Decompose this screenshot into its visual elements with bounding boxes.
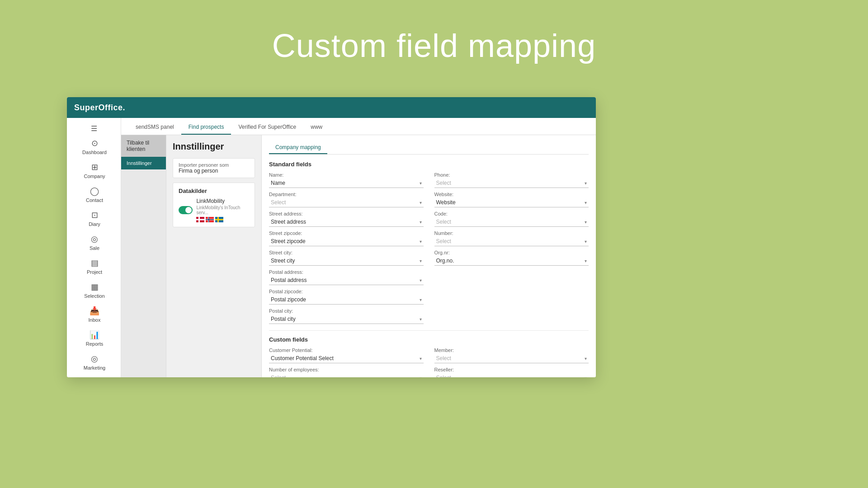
field-value-code: Select bbox=[436, 219, 451, 225]
linkmobility-info: LinkMobility LinkMobility's InTouch serv… bbox=[196, 198, 249, 222]
standard-fields-grid: Name: Name ▾ Phone: Select ▾ bbox=[269, 172, 589, 324]
field-value-postal-zipcode: Postal zipcode bbox=[271, 296, 306, 303]
chevron-down-icon: ▾ bbox=[420, 239, 422, 244]
tab-verified[interactable]: Verified For SuperOffice bbox=[231, 120, 303, 135]
field-label-street-address: Street address: bbox=[269, 211, 424, 216]
field-select-website[interactable]: Website ▾ bbox=[434, 198, 589, 207]
chevron-down-icon: ▾ bbox=[585, 258, 587, 263]
chevron-down-icon: ▾ bbox=[585, 239, 587, 244]
settings-title: Innstillinger bbox=[173, 141, 255, 152]
tab-company-mapping[interactable]: Company mapping bbox=[269, 141, 327, 154]
field-select-name[interactable]: Name ▾ bbox=[269, 178, 424, 188]
import-row: Importer personer som Firma og person bbox=[173, 158, 255, 178]
field-select-postal-zipcode[interactable]: Postal zipcode ▾ bbox=[269, 295, 424, 305]
svg-rect-2 bbox=[196, 219, 204, 221]
sidebar-item-service[interactable]: 🔧 Service bbox=[67, 374, 121, 377]
sidebar-item-diary[interactable]: ⊡ Diary bbox=[67, 206, 121, 230]
field-select-num-employees[interactable]: Select ▾ bbox=[269, 373, 424, 377]
mapping-tab-bar: Company mapping bbox=[269, 141, 589, 155]
field-label-phone: Phone: bbox=[434, 172, 589, 178]
sidebar-item-marketing[interactable]: ◎ Marketing bbox=[67, 350, 121, 374]
field-select-reseller[interactable]: Select ▾ bbox=[434, 373, 589, 377]
chevron-down-icon: ▾ bbox=[420, 317, 422, 322]
datakilder-section: Datakilder LinkMobility LinkMobility's I… bbox=[173, 183, 255, 227]
settings-content: Innstillinger Importer personer som Firm… bbox=[166, 135, 261, 377]
field-orgnr: Org.nr: Org.no. ▾ bbox=[434, 250, 589, 266]
chevron-down-icon: ▾ bbox=[420, 375, 422, 378]
field-value-num-employees: Select bbox=[271, 375, 286, 377]
inbox-icon: 📥 bbox=[90, 306, 99, 316]
sidebar-item-company[interactable]: ⊞ Company bbox=[67, 159, 121, 183]
sale-icon: ◎ bbox=[91, 234, 98, 244]
field-select-customer-potential[interactable]: Customer Potential Select ▾ bbox=[269, 354, 424, 363]
field-value-phone: Select bbox=[436, 180, 451, 186]
field-label-postal-zipcode: Postal zipcode: bbox=[269, 289, 424, 294]
contact-icon: ◯ bbox=[90, 186, 99, 196]
field-select-street-zipcode[interactable]: Street zipcode ▾ bbox=[269, 237, 424, 246]
section-divider bbox=[269, 330, 589, 331]
sidebar-item-label: Diary bbox=[89, 221, 100, 227]
field-value-street-address: Street address bbox=[271, 219, 306, 225]
chevron-down-icon: ▾ bbox=[420, 181, 422, 186]
field-name: Name: Name ▾ bbox=[269, 172, 424, 188]
chevron-down-icon: ▾ bbox=[585, 181, 587, 186]
linkmobility-name: LinkMobility bbox=[196, 198, 249, 204]
sidebar-item-dashboard[interactable]: ⊙ Dashboard bbox=[67, 135, 121, 159]
sidebar-item-project[interactable]: ▤ Project bbox=[67, 254, 121, 278]
chevron-down-icon: ▾ bbox=[420, 356, 422, 361]
sidebar-item-reports[interactable]: 📊 Reports bbox=[67, 326, 121, 350]
field-reseller: Reseller: Select ▾ bbox=[434, 367, 589, 377]
field-select-street-address[interactable]: Street address ▾ bbox=[269, 217, 424, 227]
field-label-name: Name: bbox=[269, 172, 424, 178]
field-value-number: Select bbox=[436, 238, 451, 244]
sidebar-item-selection[interactable]: ▦ Selection bbox=[67, 278, 121, 302]
main-panel: sendSMS panel Find prospects Verified Fo… bbox=[121, 118, 596, 377]
field-number: Number: Select ▾ bbox=[434, 230, 589, 246]
field-select-member[interactable]: Select ▾ bbox=[434, 354, 589, 363]
sidebar-item-label: Inbox bbox=[89, 317, 101, 323]
tab-www[interactable]: www bbox=[303, 120, 330, 135]
field-select-postal-address[interactable]: Postal address ▾ bbox=[269, 276, 424, 285]
field-value-name: Name bbox=[271, 180, 285, 186]
marketing-icon: ◎ bbox=[91, 354, 98, 364]
field-select-postal-city[interactable]: Postal city ▾ bbox=[269, 314, 424, 324]
field-select-phone[interactable]: Select ▾ bbox=[434, 178, 589, 188]
chevron-down-icon: ▾ bbox=[420, 297, 422, 302]
field-website: Website: Website ▾ bbox=[434, 192, 589, 207]
linkmobility-desc: LinkMobility's InTouch serv... bbox=[196, 205, 249, 215]
import-value: Firma og person bbox=[179, 168, 249, 174]
flag-no bbox=[206, 217, 214, 222]
datakilder-title: Datakilder bbox=[179, 188, 249, 194]
field-label-orgnr: Org.nr: bbox=[434, 250, 589, 255]
sidebar-item-label: Project bbox=[87, 269, 102, 275]
sidebar-item-label: Marketing bbox=[84, 365, 105, 371]
chevron-down-icon: ▾ bbox=[420, 258, 422, 263]
field-label-street-zipcode: Street zipcode: bbox=[269, 230, 424, 236]
innstillinger-nav-item[interactable]: Innstillinger bbox=[121, 157, 166, 169]
sidebar-toggle[interactable]: ☰ bbox=[67, 121, 121, 135]
field-empty-1 bbox=[434, 269, 589, 285]
dashboard-icon: ⊙ bbox=[91, 138, 98, 148]
sidebar-item-contact[interactable]: ◯ Contact bbox=[67, 183, 121, 206]
chevron-down-icon: ▾ bbox=[585, 220, 587, 225]
field-select-number[interactable]: Select ▾ bbox=[434, 237, 589, 246]
field-select-department[interactable]: Select ▾ bbox=[269, 198, 424, 207]
field-postal-city: Postal city: Postal city ▾ bbox=[269, 308, 424, 324]
field-value-member: Select bbox=[436, 355, 451, 361]
app-window: SuperOffice. ☰ ⊙ Dashboard ⊞ Company ◯ C… bbox=[67, 97, 596, 377]
field-label-num-employees: Number of employees: bbox=[269, 367, 424, 372]
back-button[interactable]: Tilbake til klienten bbox=[121, 135, 166, 157]
field-customer-potential: Customer Potential: Customer Potential S… bbox=[269, 347, 424, 363]
field-select-code[interactable]: Select ▾ bbox=[434, 217, 589, 227]
field-select-street-city[interactable]: Street city ▾ bbox=[269, 256, 424, 266]
field-select-orgnr[interactable]: Org.no. ▾ bbox=[434, 256, 589, 266]
sidebar: ☰ ⊙ Dashboard ⊞ Company ◯ Contact ⊡ Diar… bbox=[67, 118, 121, 377]
chevron-down-icon: ▾ bbox=[420, 278, 422, 283]
sidebar-item-inbox[interactable]: 📥 Inbox bbox=[67, 302, 121, 326]
linkmobility-toggle[interactable] bbox=[179, 206, 193, 214]
field-value-postal-city: Postal city bbox=[271, 316, 296, 322]
sidebar-item-sale[interactable]: ◎ Sale bbox=[67, 230, 121, 254]
custom-fields-grid: Customer Potential: Customer Potential S… bbox=[269, 347, 589, 377]
tab-find-prospects[interactable]: Find prospects bbox=[181, 120, 231, 135]
tab-sendsms-panel[interactable]: sendSMS panel bbox=[128, 120, 181, 135]
